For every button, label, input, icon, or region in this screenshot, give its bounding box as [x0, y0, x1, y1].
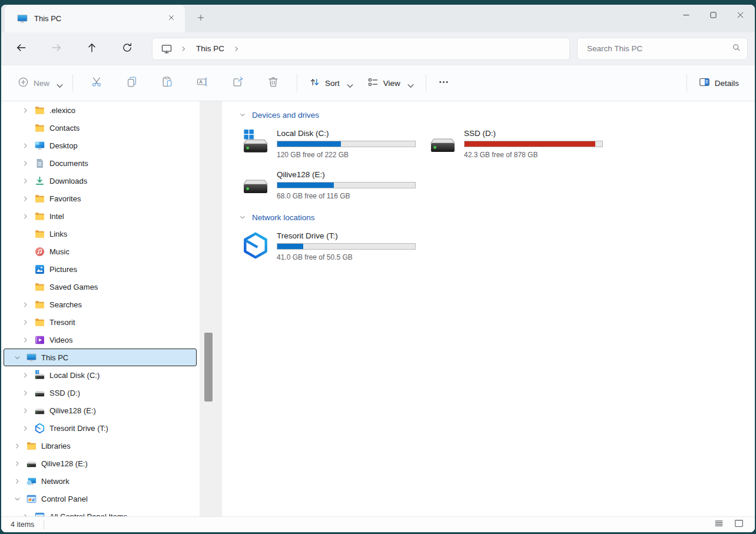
chevron-right-icon[interactable] — [20, 105, 31, 115]
sidebar-item[interactable]: Links — [4, 225, 197, 243]
section-header[interactable]: Network locations — [237, 212, 755, 223]
tab-this-pc[interactable]: This PC — [5, 5, 185, 32]
sidebar-item[interactable]: SSD (D:) — [4, 384, 197, 402]
share-button[interactable] — [225, 71, 251, 95]
chevron-right-icon[interactable] — [20, 175, 31, 186]
cut-button[interactable] — [84, 71, 110, 95]
chevron-down-icon[interactable] — [12, 493, 22, 504]
sidebar-item[interactable]: Qilive128 (E:) — [4, 455, 197, 472]
details-panel-icon — [698, 76, 711, 91]
section-header[interactable]: Devices and drives — [237, 110, 755, 120]
drive-name: Tresorit Drive (T:) — [277, 231, 416, 240]
details-button[interactable]: Details — [693, 72, 744, 95]
chevron-right-icon[interactable] — [20, 158, 31, 168]
chevron-right-icon[interactable] — [180, 45, 188, 53]
sidebar-item[interactable]: This PC — [4, 349, 197, 366]
chevron-down-icon[interactable] — [237, 212, 248, 223]
chevron-down-icon[interactable] — [12, 352, 22, 363]
close-button[interactable] — [727, 5, 754, 27]
nav-refresh-button[interactable] — [115, 38, 139, 59]
chevron-right-icon[interactable] — [20, 423, 31, 433]
chevron-down-icon[interactable] — [237, 110, 248, 120]
details-view-button[interactable] — [711, 518, 727, 531]
drive-icon — [240, 170, 271, 200]
sidebar-item[interactable]: Favorites — [4, 190, 197, 207]
sidebar-item[interactable]: Tresorit Drive (T:) — [4, 419, 197, 437]
chevron-right-icon[interactable] — [20, 193, 31, 204]
sidebar-item[interactable]: Control Panel — [4, 490, 197, 508]
sidebar-item[interactable]: Documents — [4, 154, 197, 172]
sidebar-item[interactable]: Local Disk (C:) — [4, 366, 197, 384]
drive-tile[interactable]: SSD (D:) 42.3 GB free of 878 GB — [427, 128, 614, 159]
folder-icon — [34, 210, 45, 222]
search-icon[interactable] — [731, 42, 741, 55]
sidebar-item[interactable]: Network — [4, 472, 197, 490]
sort-button[interactable]: Sort — [303, 72, 357, 95]
nav-forward-button[interactable] — [45, 38, 68, 59]
maximize-button[interactable] — [699, 5, 727, 27]
sidebar-scrollbar[interactable] — [200, 101, 222, 516]
chevron-spacer — [20, 246, 31, 257]
content-area: .elexico Contacts Desktop Documents Down… — [1, 101, 755, 516]
chevron-right-icon[interactable] — [20, 211, 31, 221]
chevron-right-icon[interactable] — [20, 370, 31, 380]
search-input[interactable] — [586, 44, 731, 54]
breadcrumb-segment[interactable]: This PC — [193, 42, 228, 55]
paste-button[interactable] — [154, 71, 180, 95]
new-button[interactable]: New — [12, 72, 67, 95]
scrollbar-thumb[interactable] — [204, 333, 213, 402]
sidebar-item[interactable]: Videos — [4, 331, 197, 349]
control-panel-icon — [34, 510, 45, 516]
address-bar[interactable]: This PC — [152, 38, 570, 60]
view-button[interactable]: View — [362, 72, 417, 95]
sidebar-item[interactable]: Music — [4, 243, 197, 260]
sidebar-item[interactable]: Desktop — [4, 137, 197, 154]
sidebar-item[interactable]: Searches — [4, 296, 197, 313]
sidebar-item[interactable]: Pictures — [4, 260, 197, 278]
sidebar-item[interactable]: Contacts — [4, 119, 197, 137]
sidebar-item[interactable]: Saved Games — [4, 278, 197, 296]
tab-close-button[interactable] — [164, 11, 179, 26]
sidebar-item[interactable]: Qilive128 (E:) — [4, 402, 197, 419]
section-title[interactable]: Devices and drives — [252, 111, 319, 120]
chevron-right-icon[interactable] — [12, 440, 22, 451]
sidebar-item-label: Videos — [49, 336, 73, 344]
sidebar-item[interactable]: Libraries — [4, 437, 197, 455]
back-icon — [15, 42, 27, 56]
minimize-button[interactable] — [672, 5, 699, 27]
thumbnail-view-button[interactable] — [731, 518, 747, 531]
chevron-right-icon[interactable] — [20, 511, 31, 516]
search-box[interactable] — [577, 38, 748, 60]
capacity-bar — [277, 141, 416, 147]
chevron-right-icon[interactable] — [20, 299, 31, 310]
sidebar-item[interactable]: Tresorit — [4, 313, 197, 331]
chevron-right-icon[interactable] — [12, 458, 22, 469]
drive-tile[interactable]: Local Disk (C:) 120 GB free of 222 GB — [240, 128, 427, 159]
drive-tile[interactable]: Qilive128 (E:) 68.0 GB free of 116 GB — [240, 170, 427, 200]
rename-button[interactable] — [190, 71, 215, 95]
thumbnail-view-icon — [733, 518, 745, 532]
drive-tile[interactable]: Tresorit Drive (T:) 41.0 GB free of 50.5… — [240, 231, 427, 261]
copy-button[interactable] — [119, 71, 145, 95]
sidebar-item[interactable]: All Control Panel Items — [4, 508, 197, 516]
delete-button[interactable] — [260, 71, 286, 95]
nav-back-button[interactable] — [9, 38, 33, 59]
sidebar-item[interactable]: Downloads — [4, 172, 197, 190]
details-button-label: Details — [715, 79, 739, 88]
chevron-right-icon[interactable] — [20, 405, 31, 416]
new-tab-button[interactable] — [193, 11, 208, 26]
chevron-right-icon[interactable] — [20, 334, 31, 345]
sidebar-item[interactable]: .elexico — [4, 101, 197, 119]
more-options-button[interactable] — [432, 72, 455, 95]
chevron-right-icon[interactable] — [20, 140, 31, 151]
chevron-right-icon[interactable] — [20, 317, 31, 327]
nav-up-button[interactable] — [80, 38, 104, 59]
sidebar-item-label: Qilive128 (E:) — [49, 406, 96, 415]
section-title[interactable]: Network locations — [252, 213, 315, 222]
chevron-right-icon[interactable] — [20, 387, 31, 398]
chevron-right-icon[interactable] — [233, 45, 241, 53]
toolbar: New Sort View Details — [1, 65, 755, 101]
chevron-right-icon[interactable] — [12, 476, 22, 486]
sidebar-item[interactable]: Intel — [4, 207, 197, 225]
downloads-icon — [34, 175, 45, 187]
